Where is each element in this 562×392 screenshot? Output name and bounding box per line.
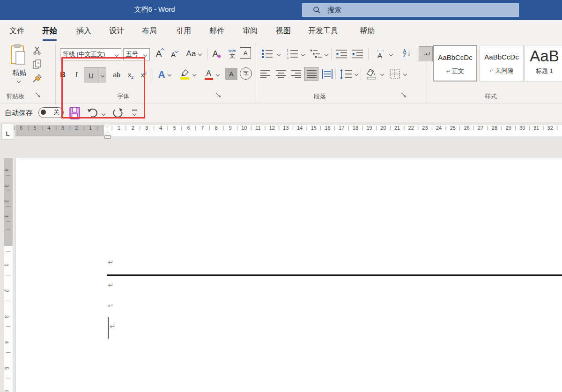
paste-dropdown-chevron[interactable] [17,79,21,83]
character-border-button[interactable]: A [240,47,251,59]
vruler-number: 3 [4,315,9,318]
borders-chevron-icon[interactable] [403,72,407,76]
autosave-label: 自动保存 [5,109,33,118]
align-right-button[interactable] [289,68,303,80]
sort-button[interactable]: A Z ↓ [399,45,415,61]
text-effects-button[interactable]: A [155,67,173,82]
line-spacing-chevron-icon[interactable] [355,72,358,76]
font-name-combo[interactable]: 等线 (中文正文) [60,48,121,60]
tab-help[interactable]: 帮助 [360,26,375,36]
shrink-font-button[interactable]: A [168,48,179,61]
autosave-toggle[interactable]: 关 [38,107,64,118]
highlight-color-button[interactable] [177,67,198,82]
vruler-tick [6,191,10,191]
save-button[interactable] [69,107,80,119]
ruler-tick: | [362,126,363,130]
align-center-button[interactable] [274,68,287,80]
clipboard-dialog-launcher-icon[interactable] [36,93,41,98]
format-painter-button[interactable] [30,72,44,84]
bullets-button[interactable] [260,47,274,60]
search-box[interactable]: 搜索 [302,3,519,17]
document-page[interactable]: ↵ ↵ ↵ ↵ [15,158,562,392]
tab-insert[interactable]: 插入 [76,26,91,36]
change-case-button[interactable]: Aa [184,47,204,61]
subscript-button[interactable]: x 2 [126,68,136,81]
style-card-heading1[interactable]: AaB 标题 1 [525,45,562,81]
bold-button[interactable]: B [58,68,67,81]
justify-icon [306,69,317,79]
redo-button[interactable] [111,107,124,118]
increase-indent-button[interactable] [350,47,364,60]
tab-references[interactable]: 引用 [176,26,191,36]
multilevel-list-button[interactable] [309,47,324,60]
numbering-chevron-icon[interactable] [301,52,305,56]
enclose-characters-button[interactable]: 字 [240,67,252,80]
tab-mailings[interactable]: 邮件 [209,26,224,36]
tab-review[interactable]: 审阅 [243,26,258,36]
asian-layout-button[interactable]: ←→ A [372,45,388,62]
mini-divider [153,68,153,81]
bullets-chevron-icon[interactable] [277,52,281,56]
line-spacing-button[interactable] [338,67,353,81]
strikethrough-button[interactable]: ab [111,68,123,81]
style-card-no-spacing[interactable]: AaBbCcDc ↵无间隔 [480,45,524,81]
font-color-button[interactable]: A [201,67,222,82]
ruler-horizontal[interactable]: L 654321|||||||1234567891011121314151617… [0,123,562,141]
borders-button[interactable] [388,67,402,81]
multilevel-chevron-icon[interactable] [325,52,328,56]
save-icon [69,107,80,119]
justify-button[interactable] [304,67,318,81]
distributed-button[interactable] [320,67,334,81]
tab-file[interactable]: 文件 [9,26,24,36]
cut-button[interactable] [31,45,43,56]
mini-divider [331,48,332,60]
ruler-number: 32 [547,125,553,131]
left-indent-marker[interactable] [104,135,111,139]
underline-chevron-icon[interactable] [101,74,104,77]
ruler-vertical[interactable]: 4321123456 [4,158,13,392]
style-card-normal[interactable]: AaBbCcDc ↵正文 [433,45,477,81]
show-hide-marks-button[interactable]: → ↵ [419,46,433,61]
tab-developer[interactable]: 开发工具 [308,26,338,36]
ruler-tick: | [139,126,140,130]
first-line-indent-marker[interactable] [104,124,111,128]
clear-formatting-button[interactable]: A ◆ [210,47,224,61]
paragraph-dialog-launcher-icon[interactable] [401,93,407,98]
phonetic-guide-button[interactable]: wén 文 [226,45,239,62]
grow-font-button[interactable]: A [153,47,165,61]
styles-group-label: 样式 [485,92,497,101]
numbering-button[interactable]: 123 [285,47,300,60]
copy-button[interactable] [31,58,43,70]
paragraph-mark: ↵ [110,322,116,331]
svg-text:2: 2 [287,52,288,56]
underline-split-button[interactable]: U [84,67,106,82]
shading-button[interactable] [364,67,378,81]
paste-icon [10,44,27,66]
multilevel-list-icon [310,48,323,59]
paragraph-mark-icon: ↵ [489,68,494,74]
tab-home[interactable]: 开始 [42,26,57,36]
font-group-label: 字体 [117,92,129,101]
italic-button[interactable]: I [72,68,81,81]
tab-view[interactable]: 视图 [276,26,291,36]
align-left-button[interactable] [259,68,272,80]
paste-button[interactable]: 粘贴 [8,44,29,87]
undo-chevron-icon[interactable] [102,112,105,116]
undo-button[interactable] [87,107,99,118]
superscript-button[interactable]: x 2 [139,68,149,81]
ruler-number: 12 [269,125,275,131]
asian-layout-chevron-icon[interactable] [389,52,393,56]
tab-layout[interactable]: 布局 [142,26,157,36]
font-name-chevron-icon [115,53,118,57]
qat-overflow-button[interactable] [132,110,138,111]
ruler-number: 14 [297,125,303,131]
character-shading-button[interactable]: A [225,68,237,80]
hanging-indent-marker[interactable] [104,131,111,135]
decrease-indent-button[interactable] [334,47,348,60]
ruler-number: 4 [159,125,162,131]
font-dialog-launcher-icon[interactable] [216,93,222,98]
ruler-number: 8 [215,125,218,131]
shading-chevron-icon[interactable] [380,72,384,76]
tab-design[interactable]: 设计 [109,26,124,36]
font-size-combo[interactable]: 五号 [123,48,150,60]
